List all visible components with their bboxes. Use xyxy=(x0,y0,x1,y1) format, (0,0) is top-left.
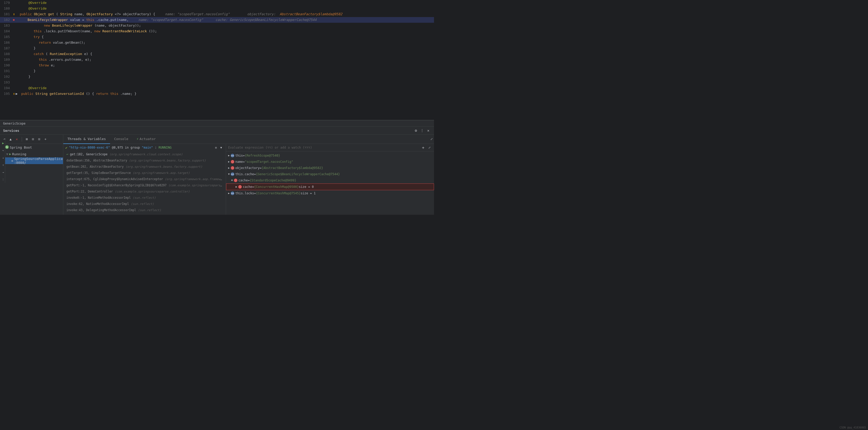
vars-panel: ▶ oo this = {RefreshScope@7540} ▶ ⓘ name… xyxy=(226,151,434,215)
filter-icon[interactable]: ⊟ xyxy=(31,137,35,142)
tab-actuator[interactable]: ⚡ Actuator xyxy=(132,135,160,144)
services-title: Services xyxy=(3,129,413,132)
services-close-icon[interactable]: ✕ xyxy=(426,128,431,133)
var-objectfactory[interactable]: ▶ ⓘ objectFactory = {AbstractBeanFactory… xyxy=(226,165,434,171)
editor-area: 179 @Override 180 @Override 181 ⬆ public… xyxy=(0,0,434,120)
line-num-191: 191 xyxy=(0,68,13,74)
code-line-189: 189 this .errors.put(name, e); xyxy=(0,57,434,63)
line-num-193: 193 xyxy=(0,80,13,85)
running-label: Running xyxy=(12,152,26,156)
filter-threads-icon[interactable]: ⊟ xyxy=(213,145,219,150)
app-label: SpringSourceParseApplication :8080/ xyxy=(14,157,63,164)
thread-stack-6[interactable]: getPort:22, DemoController (com.example.… xyxy=(63,188,226,194)
breakpoint-arrow-195: ⬆ xyxy=(13,91,15,97)
resume-btn[interactable]: ▶ xyxy=(1,141,6,146)
code-line-193: 193 xyxy=(0,80,434,85)
code-line-179: 179 @Override xyxy=(0,0,434,6)
services-tree: ↺ ▲ ✕ ⊞ ⊟ ⊡ + ▼ S Spring Boot ▼ ▶ Runnin… xyxy=(0,135,63,215)
debug-content: ✔ "http-nio-8080-exec-6" @8,975 in group… xyxy=(63,144,434,215)
step-out-btn[interactable]: ↑ xyxy=(1,162,6,167)
code-line-185: 185 try { xyxy=(0,34,434,40)
step-over-btn[interactable]: ↷ xyxy=(1,148,6,153)
line-num-182: 182 xyxy=(0,17,13,23)
code-line-180: 180 @Override xyxy=(0,6,434,11)
code-line-187: 187 } xyxy=(0,45,434,51)
maximize-panel-icon[interactable]: ⤢ xyxy=(429,137,434,142)
code-line-195: 195 ⬆ ▶ public String getConversationId … xyxy=(0,91,434,97)
tree-item-running[interactable]: ▼ ▶ Running xyxy=(0,151,63,157)
actuator-icon: ⚡ xyxy=(137,137,139,141)
code-line-190: 190 throw e; xyxy=(0,63,434,68)
thread-stack-5[interactable]: getPort:-1, NacosConfig$$EnhancerBySprin… xyxy=(63,182,226,188)
stop-icon[interactable]: ✕ xyxy=(14,137,19,142)
var-icon-cache-l2: ⓘ xyxy=(238,185,242,189)
watch-toolbar: Evaluate expression (⌥⌥) or add a watch … xyxy=(226,144,434,151)
thread-stack-1[interactable]: doGetBean:356, AbstractBeanFactory (org.… xyxy=(63,157,226,163)
pin-icon[interactable]: ⊡ xyxy=(37,137,41,142)
thread-stack-2[interactable]: getBean:202, AbstractBeanFactory (org.sp… xyxy=(63,163,226,170)
var-thislocks[interactable]: ▶ oo this.locks = {ConcurrentHashMap@754… xyxy=(226,190,434,196)
thread-header-text: "http-nio-8080-exec-6" @8,975 in group "… xyxy=(69,146,172,149)
services-toolbar: ↺ ▲ ✕ ⊞ ⊟ ⊡ + xyxy=(0,135,63,144)
line-num-189: 189 xyxy=(0,57,13,63)
var-this[interactable]: ▶ oo this = {RefreshScope@7540} xyxy=(226,152,434,159)
services-more-icon[interactable]: ⋮ xyxy=(420,128,425,133)
thread-stack-0[interactable]: ↩ get:182, GenericScope (org.springframe… xyxy=(63,151,226,157)
tree-item-springboot[interactable]: ▼ S Spring Boot xyxy=(0,144,63,151)
code-line-194: 194 @Override xyxy=(0,85,434,91)
threads-panel: ✔ "http-nio-8080-exec-6" @8,975 in group… xyxy=(63,144,226,215)
settings-icon: ⚙ xyxy=(11,159,13,162)
code-line-181: 181 ⬆ public Object get ( String name, O… xyxy=(0,11,434,17)
code-line-182: 182 ● BeanLifecycleWrapper value = this … xyxy=(0,17,434,23)
code-container: 179 @Override 180 @Override 181 ⬆ public… xyxy=(0,0,434,120)
line-num-186: 186 xyxy=(0,40,13,45)
thread-stack-8[interactable]: invoke:62, NativeMethodAccessorImpl (sun… xyxy=(63,201,226,207)
code-view: 179 @Override 180 @Override 181 ⬆ public… xyxy=(0,0,434,120)
services-header: Services ⚙ ⋮ ✕ xyxy=(0,126,434,135)
services-header-icons: ⚙ ⋮ ✕ xyxy=(413,128,431,133)
thread-status-icon: ✔ xyxy=(65,146,67,150)
var-icon-this: oo xyxy=(231,154,234,157)
debug-more-btn[interactable]: ⋮ xyxy=(1,177,6,182)
line-num-183: 183 xyxy=(0,23,13,28)
watch-settings-icon[interactable]: ⤢ xyxy=(427,145,432,150)
thread-stack-3[interactable]: getTarget:35, SimpleBeanTargetSource (or… xyxy=(63,170,226,176)
code-line-188: 188 catch ( RuntimeException e) { xyxy=(0,51,434,57)
var-cache-l2[interactable]: ▶ ⓘ cache = {ConcurrentHashMap@9500} siz… xyxy=(226,183,434,190)
breakpoint-arrow-181: ⬆ xyxy=(13,11,15,17)
bottom-panels: ↺ ▲ ✕ ⊞ ⊟ ⊡ + ▼ S Spring Boot ▼ ▶ Runnin… xyxy=(0,135,434,215)
expand-threads-icon[interactable]: ▼ xyxy=(219,145,224,150)
exec-marker-182: ● xyxy=(13,17,15,23)
var-thiscache[interactable]: ▼ oo this.cache = {GenericScope$BeanLife… xyxy=(226,171,434,177)
thread-stack-10[interactable]: invoke:498, Method (java.lang.reflect) xyxy=(63,213,226,215)
thread-header: ✔ "http-nio-8080-exec-6" @8,975 in group… xyxy=(63,144,226,151)
code-line-192: 192 } xyxy=(0,74,434,80)
line-num-185: 185 xyxy=(0,34,13,40)
add-icon[interactable]: + xyxy=(43,137,48,142)
resume-icon[interactable]: ▲ xyxy=(8,137,13,142)
tab-console[interactable]: Console xyxy=(110,135,132,144)
line-num-181: 181 xyxy=(0,11,13,17)
thread-stack-7[interactable]: invoke0:-1, NativeMethodAccessorImpl (su… xyxy=(63,194,226,201)
line-num-192: 192 xyxy=(0,74,13,80)
run-to-cursor-btn[interactable]: → xyxy=(1,170,6,175)
var-icon-name: ⓘ xyxy=(231,160,234,163)
line-num-187: 187 xyxy=(0,45,13,51)
group-icon[interactable]: ⊞ xyxy=(25,137,29,142)
tree-expand-running: ▼ xyxy=(6,152,8,156)
breadcrumb-text: GenericScope xyxy=(3,122,26,125)
var-icon-thiscache: oo xyxy=(231,172,234,176)
var-name[interactable]: ▶ ⓘ name = "scopedTarget.nacosConfig" xyxy=(226,159,434,165)
code-line-186: 186 return value.getBean(); xyxy=(0,40,434,45)
step-into-btn[interactable]: ↓ xyxy=(1,155,6,160)
line-num-179: 179 xyxy=(0,0,13,6)
var-cache-l1[interactable]: ▼ ⓘ cache = {StandardScopeCache@9499} xyxy=(226,177,434,183)
var-icon-cache-l1: ⓘ xyxy=(234,179,238,182)
thread-stack-4[interactable]: intercept:675, CglibAopProxy$DynamicAdvi… xyxy=(63,176,226,182)
add-watch-icon[interactable]: + xyxy=(421,145,426,150)
services-settings-icon[interactable]: ⚙ xyxy=(413,128,418,133)
tab-threads-variables[interactable]: Threads & Variables xyxy=(63,135,110,144)
line-num-184: 184 xyxy=(0,28,13,34)
thread-stack-9[interactable]: invoke:43, DelegatingMethodAccessorImpl … xyxy=(63,207,226,213)
tree-item-app[interactable]: ⚙ SpringSourceParseApplication :8080/ xyxy=(0,157,63,164)
